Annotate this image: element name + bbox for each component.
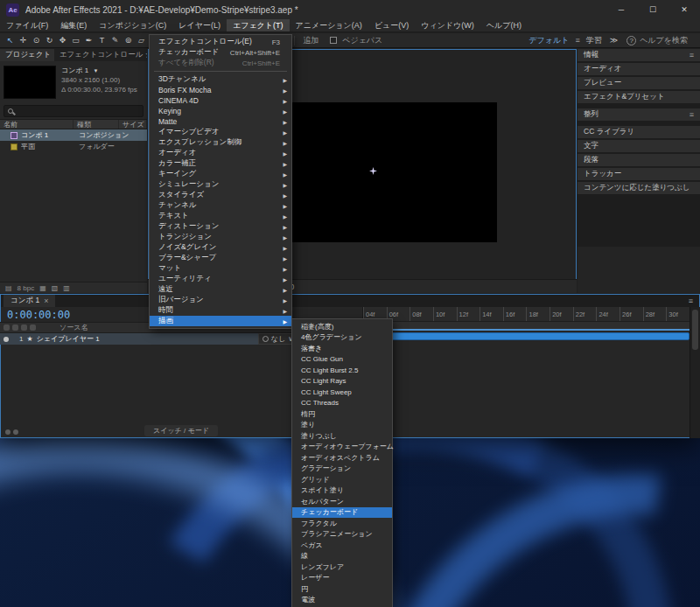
column-header[interactable]: 名前	[0, 120, 74, 129]
flag-caret-icon[interactable]: ▼	[93, 68, 98, 73]
panel-tab-tracker[interactable]: トラッカー	[578, 168, 700, 180]
selection-tool-icon[interactable]: ↖	[4, 35, 16, 46]
composition-canvas[interactable]	[271, 102, 497, 242]
effect-menu-item[interactable]: チャンネル ▶	[150, 200, 291, 211]
tab-close-icon[interactable]: ×	[44, 297, 48, 305]
panel-tab-cc-libraries[interactable]: CC ライブラリ	[578, 126, 700, 138]
pen-tool-icon[interactable]: ✒	[83, 35, 94, 46]
generate-submenu-item[interactable]: セルパターン	[292, 496, 392, 507]
project-search-field[interactable]	[4, 105, 144, 117]
menubar-item[interactable]: ファイル(F)	[0, 19, 54, 31]
add-button[interactable]: 追加	[303, 35, 318, 46]
workspace-menu-icon[interactable]: ≡	[575, 36, 579, 45]
generate-submenu-item[interactable]: CC Light Sweep	[292, 387, 392, 398]
layer-duration-bar[interactable]	[363, 332, 690, 340]
effect-menu-item[interactable]: チェッカーボード Ctrl+Alt+Shift+E	[150, 47, 291, 58]
effect-menu-item[interactable]: Keying ▶	[150, 106, 291, 116]
generate-submenu-item[interactable]: CC Light Burst 2.5	[292, 365, 392, 376]
generate-submenu-item[interactable]: 稲妻(高度)	[292, 321, 392, 332]
effect-menu-item[interactable]: エフェクトコントロール(E) F3	[150, 37, 291, 47]
visibility-column-icon[interactable]	[4, 324, 10, 331]
effect-menu-item[interactable]: 旧バージョン ▶	[150, 295, 291, 305]
generate-submenu-item[interactable]: 円	[292, 583, 392, 595]
panel-tab-info[interactable]: 情報 ≡	[578, 49, 700, 61]
panel-tab-paragraph[interactable]: 段落	[578, 154, 700, 166]
effect-menu-item[interactable]: すべてを削除(R) Ctrl+Shift+E	[150, 58, 291, 68]
generate-submenu-item[interactable]: グリッド	[292, 474, 392, 485]
effect-menu-item[interactable]: スタイライズ ▶	[150, 190, 291, 200]
tab-effect-controls[interactable]: エフェクトコントロール シェイ...	[54, 49, 147, 61]
generate-submenu-item[interactable]: 電波	[292, 595, 392, 606]
effect-menu-item[interactable]: Boris FX Mocha ▶	[150, 85, 291, 95]
panel-menu-icon[interactable]: ≡	[690, 110, 694, 119]
help-icon[interactable]: ?	[626, 36, 636, 45]
panel-tab-align[interactable]: 整列 ≡	[578, 108, 700, 121]
menubar-item[interactable]: コンポジション(C)	[93, 19, 172, 31]
interpret-footage-icon[interactable]: ▤	[5, 284, 12, 292]
panel-menu-icon[interactable]: ≡	[690, 51, 694, 59]
panel-tab-audio[interactable]: オーディオ	[578, 63, 700, 75]
effect-menu-item[interactable]: マット ▶	[150, 263, 291, 274]
pan-behind-tool-icon[interactable]: ✥	[57, 35, 68, 46]
type-tool-icon[interactable]: T	[96, 35, 108, 46]
project-item-comp1[interactable]: コンポ 1 コンポジション	[0, 129, 147, 141]
help-search-field[interactable]: ヘルプを検索	[640, 35, 688, 46]
effect-menu-item[interactable]: ブラー&シャープ ▶	[150, 253, 291, 263]
generate-submenu-item[interactable]: レーザー	[292, 573, 392, 584]
delete-icon[interactable]: ▥	[63, 284, 70, 292]
bezier-path-checkbox[interactable]	[330, 37, 337, 44]
bit-depth-label[interactable]: 8 bpc	[18, 284, 35, 292]
effect-menu-item[interactable]: 3Dチャンネル ▶	[150, 74, 291, 85]
close-button[interactable]: ✕	[668, 0, 700, 19]
generate-submenu-item[interactable]: ベガス	[292, 540, 392, 551]
effect-menu-item[interactable]	[154, 71, 287, 72]
workspace-learn-button[interactable]: 学習	[586, 35, 602, 46]
source-name-column[interactable]: ソース名	[60, 323, 88, 332]
effect-menu-item[interactable]: イマーシブビデオ ▶	[150, 127, 291, 137]
generate-submenu-item[interactable]: CC Glue Gun	[292, 354, 392, 366]
project-item-heimen[interactable]: 平面 フォルダー	[0, 141, 147, 152]
effect-menu-item[interactable]: ディストーション ▶	[150, 221, 291, 232]
generate-submenu-item[interactable]: オーディオスペクトラム	[292, 452, 392, 464]
panel-tab-effects-presets[interactable]: エフェクト&プリセット	[578, 91, 700, 103]
timeline-scrollbar[interactable]	[690, 307, 700, 438]
workspace-overflow-icon[interactable]: ≫	[610, 36, 618, 45]
generate-submenu-item[interactable]: 楕円	[292, 408, 392, 420]
generate-submenu-item[interactable]: 線	[292, 551, 392, 562]
effect-menu-item[interactable]: 時間 ▶	[150, 305, 291, 316]
time-ruler[interactable]: 04f06f08f10f12f14f16f18f20f22f24f26f28f3…	[363, 307, 700, 322]
panel-tab-content-aware-fill[interactable]: コンテンツに応じた塗りつぶし	[578, 182, 700, 194]
menubar-item[interactable]: 編集(E)	[54, 19, 93, 31]
generate-submenu-item[interactable]: CC Light Rays	[292, 376, 392, 387]
menubar-item[interactable]: ウィンドウ(W)	[415, 19, 480, 31]
clone-stamp-tool-icon[interactable]: ⊚	[122, 35, 134, 46]
hand-tool-icon[interactable]: ✛	[18, 35, 29, 46]
generate-submenu-item[interactable]: スポイト塗り	[292, 485, 392, 497]
switches-modes-toggle[interactable]: スイッチ / モード	[144, 425, 218, 436]
generate-submenu-item[interactable]: フラクタル	[292, 518, 392, 529]
column-header[interactable]: サイズ	[119, 120, 147, 129]
generate-submenu-item[interactable]: 塗り	[292, 420, 392, 431]
effect-menu-item[interactable]: キーイング ▶	[150, 169, 291, 179]
effect-menu-item[interactable]: テキスト ▶	[150, 211, 291, 221]
eraser-tool-icon[interactable]: ▱	[136, 35, 147, 46]
minimize-button[interactable]: ─	[606, 0, 637, 19]
generate-submenu-item[interactable]: 落書き	[292, 343, 392, 354]
menubar-item[interactable]: ビュー(V)	[368, 19, 415, 31]
lock-column-icon[interactable]	[30, 324, 36, 331]
scrollbar-thumb[interactable]	[692, 310, 698, 350]
eye-icon[interactable]	[4, 337, 9, 342]
generate-submenu-item[interactable]: チェッカーボード	[292, 507, 392, 519]
menubar-item[interactable]: アニメーション(A)	[290, 19, 368, 31]
solo-column-icon[interactable]	[21, 324, 27, 331]
panel-tab-preview[interactable]: プレビュー	[578, 77, 700, 89]
menubar-item[interactable]: レイヤー(L)	[172, 19, 227, 31]
maximize-button[interactable]: ☐	[637, 0, 668, 19]
effect-menu-item[interactable]: シミュレーション ▶	[150, 179, 291, 190]
brush-tool-icon[interactable]: ✎	[109, 35, 121, 46]
workspace-default-button[interactable]: デフォルト	[528, 35, 569, 46]
effect-menu-item[interactable]: 描画 ▶	[150, 316, 291, 326]
generate-submenu-item[interactable]: ブラシアニメーション	[292, 529, 392, 541]
audio-column-icon[interactable]	[12, 324, 18, 331]
generate-submenu-item[interactable]: CC Threads	[292, 398, 392, 409]
